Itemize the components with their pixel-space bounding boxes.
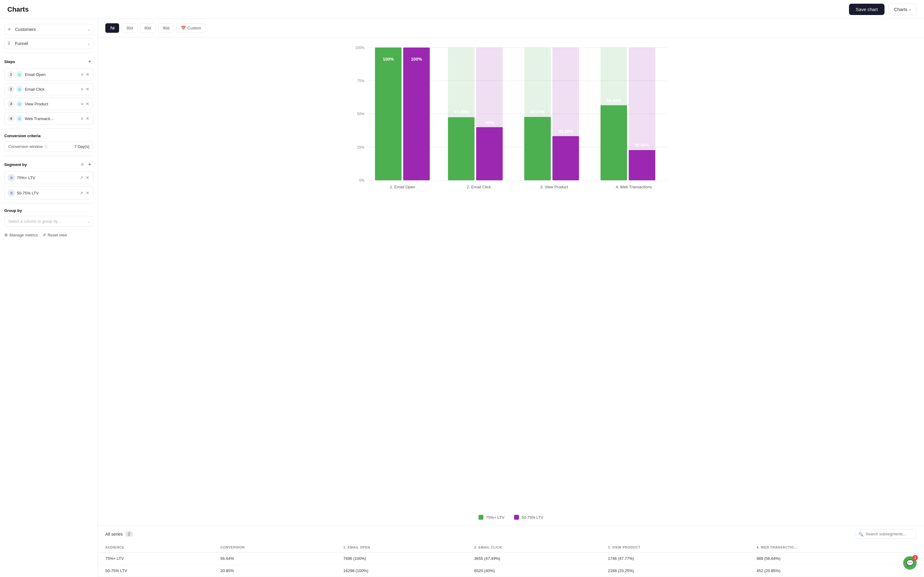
cell-web-transactions: 452 (20.85%) [749,565,924,577]
svg-rect-26 [552,136,579,181]
svg-rect-18 [448,117,475,181]
segment-2-remove-btn[interactable]: ✕ [85,190,90,196]
time-filter-90d[interactable]: 90d [158,23,174,33]
segment-2-expand-btn[interactable]: ↗ [79,190,84,196]
segment-1: ⊞ 75%+ LTV ↗ ✕ [4,171,93,184]
svg-text:100%: 100% [355,46,365,50]
email-click-icon: ◎ [16,86,23,92]
segment-2-select[interactable]: 50-75% LTV [17,191,77,195]
chevron-down-icon-funnel: ⌄ [87,41,90,46]
all-series-badge: All series 2 [105,531,133,537]
svg-text:25%: 25% [357,145,364,150]
svg-text:50%: 50% [357,112,364,116]
svg-rect-20 [476,127,503,180]
step-4-filter-btn[interactable]: ≡ [80,116,84,122]
segment-1-icon: ⊞ [8,174,15,181]
add-segment-button[interactable]: + [86,161,93,168]
notification-count: 1 [913,555,918,561]
reset-icon: ↺ [43,233,46,237]
page-title: Charts [7,5,29,13]
svg-rect-11 [375,47,402,180]
step-4-remove-btn[interactable]: ✕ [85,116,90,122]
segment-by-section: Segment by ≡ + [4,161,93,168]
segment-1-select[interactable]: 75%+ LTV [17,176,77,180]
col-audience: AUDIENCE [98,542,213,553]
step-1-select[interactable]: Email Open [25,72,78,77]
svg-text:1. Email Open: 1. Email Open [390,185,415,189]
svg-text:40%: 40% [485,120,494,125]
conversion-criteria-section: Conversion criteria [4,134,93,138]
svg-text:22.85%: 22.85% [635,143,649,148]
customers-select[interactable]: Customers [4,24,93,35]
funnel-select[interactable]: Funnel [4,38,93,49]
legend-color-2 [514,515,519,520]
cell-email-click: 3655 (47.49%) [467,553,601,565]
svg-text:33.25%: 33.25% [559,129,573,134]
table-section: All series 2 🔍 AUDIENCE CONVERSION 1. EM… [98,525,924,577]
chevron-down-icon: ⌄ [87,27,90,32]
app-header: Charts Save chart Charts ‹ [0,0,924,19]
segment-2-icon: ⊞ [8,189,15,197]
group-by-section: Group by [4,208,93,213]
time-filter-60d[interactable]: 60d [140,23,156,33]
col-email-open: 1. EMAIL OPEN [336,542,467,553]
svg-rect-32 [629,150,655,181]
calendar-icon: 📅 [181,26,186,30]
cell-conversion: 56.64% [213,553,336,565]
main-layout: ✳ Customers ⌄ ⊽ Funnel ⌄ Steps + 1 ◎ Ema… [0,19,924,577]
step-3-remove-btn[interactable]: ✕ [85,101,90,107]
search-subsegments-input[interactable] [855,529,917,539]
col-view-product: 3. VIEW PRODUCT [601,542,749,553]
group-by-select[interactable]: Select a column to group by... [4,216,93,227]
content-area: 7d 30d 60d 90d 📅 Custom 100% 75% 50% 25%… [98,19,924,577]
step-4-select[interactable]: Web Transacti... [25,116,78,121]
step-2-filter-btn[interactable]: ≡ [80,86,84,92]
time-filter-7d[interactable]: 7d [105,23,119,33]
reset-view-button[interactable]: ↺ Reset view [43,233,67,237]
chart-legend: 75%+ LTV 50-75% LTV [98,511,924,523]
svg-text:100%: 100% [383,56,394,61]
svg-rect-30 [601,105,627,181]
step-3-filter-btn[interactable]: ≡ [80,101,84,107]
segment-1-remove-btn[interactable]: ✕ [85,174,90,181]
custom-date-button[interactable]: 📅 Custom [176,23,206,33]
divider-4 [4,203,93,203]
chart-controls: 7d 30d 60d 90d 📅 Custom [98,19,924,37]
step-2: 2 ◎ Email Click ≡ ✕ [4,83,93,95]
svg-rect-24 [524,117,551,181]
steps-section: Steps + [4,58,93,65]
search-icon: 🔍 [858,532,863,536]
search-wrap: 🔍 [855,529,917,539]
svg-text:75%: 75% [357,79,364,83]
notification-badge[interactable]: 💬 1 [903,556,917,570]
segment-2: ⊞ 50-75% LTV ↗ ✕ [4,187,93,199]
email-open-icon: ◎ [16,71,23,78]
funnel-select-wrap: ⊽ Funnel ⌄ [4,38,93,49]
web-transaction-icon: ◎ [16,115,23,122]
time-filter-30d[interactable]: 30d [122,23,137,33]
manage-metrics-button[interactable]: ⚙ Manage metrics [4,233,38,237]
add-step-button[interactable]: + [86,58,93,65]
segment-filter-btn[interactable]: ≡ [80,161,84,168]
segment-1-expand-btn[interactable]: ↗ [79,174,84,181]
step-1-filter-btn[interactable]: ≡ [80,71,84,77]
charts-button[interactable]: Charts ‹ [888,3,917,15]
header-actions: Save chart Charts ‹ [849,3,917,15]
cell-view-product: 1746 (47.77%) [601,553,749,565]
chevron-left-icon: ‹ [909,7,911,12]
legend-item-2: 50-75% LTV [514,515,543,520]
chat-icon: 💬 [906,559,914,567]
cell-web-transactions: 989 (56.64%) [749,553,924,565]
step-2-select[interactable]: Email Click [25,87,78,92]
step-2-remove-btn[interactable]: ✕ [85,86,90,92]
data-table: AUDIENCE CONVERSION 1. EMAIL OPEN 2. EMA… [98,542,924,577]
step-1-remove-btn[interactable]: ✕ [85,71,90,77]
step-3-select[interactable]: View Product [25,102,78,106]
step-4: 4 ◎ Web Transacti... ≡ ✕ [4,113,93,125]
legend-item-1: 75%+ LTV [478,515,504,520]
funnel-icon: ⊽ [7,41,11,46]
table-row: 75%+ LTV 56.64% 7696 (100%) 3655 (47.49%… [98,553,924,565]
svg-text:47.77%: 47.77% [530,110,545,114]
cell-conversion: 20.85% [213,565,336,577]
save-chart-button[interactable]: Save chart [849,4,884,15]
